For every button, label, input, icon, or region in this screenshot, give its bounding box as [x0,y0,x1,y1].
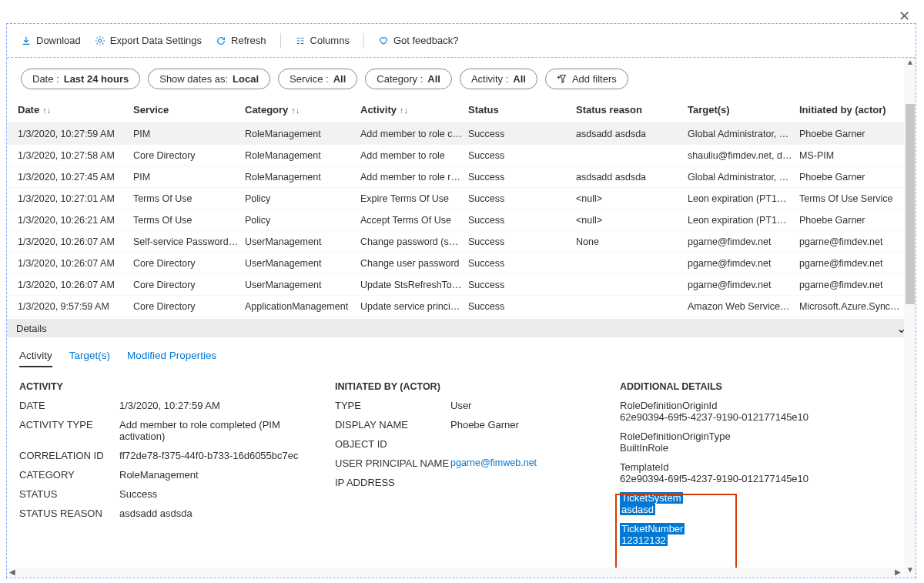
download-button[interactable]: Download [21,35,81,46]
date-key: DATE [19,400,119,411]
cell-date: 1/3/2020, 10:27:01 AM [18,193,133,204]
cell-activity: Update StsRefreshToken... [360,280,468,290]
cell-activity: Add member to role co... [360,129,468,139]
close-icon[interactable]: ✕ [899,8,910,25]
cell-activity: Add member to role [360,150,468,161]
additional-section: ADDITIONAL DETAILS RoleDefinitionOriginI… [620,381,903,554]
details-toggle[interactable]: Details ⌄ [7,319,916,337]
separator [363,33,364,49]
gear-icon [95,35,105,46]
table-row[interactable]: 1/3/2020, 10:26:07 AMSelf-service Passwo… [7,231,916,253]
reason-key: STATUS REASON [19,508,119,519]
th-status-label: Status [468,104,499,116]
th-date-label: Date [18,104,39,116]
cell-reason: asdsadd asdsda [576,172,688,183]
audit-grid: Date↑↓ Service Category↑↓ Activity↑↓ Sta… [7,97,916,317]
th-category-label: Category [245,104,288,116]
vertical-scrollbar[interactable]: ▲ ▼ [904,58,916,578]
scroll-left-icon[interactable]: ◀ [7,568,18,578]
details-label: Details [16,323,47,334]
table-row[interactable]: 1/3/2020, 10:26:07 AMCore DirectoryUserM… [7,253,916,274]
th-date[interactable]: Date↑↓ [18,104,133,116]
download-icon [21,35,32,46]
table-row[interactable]: 1/3/2020, 10:27:59 AMPIMRoleManagementAd… [7,123,916,145]
status-key: STATUS [19,488,119,500]
cell-category: UserManagement [245,280,360,290]
th-category[interactable]: Category↑↓ [245,104,360,116]
tab-activity[interactable]: Activity [19,350,52,367]
cell-date: 1/3/2020, 10:26:21 AM [18,215,133,226]
horizontal-scrollbar[interactable]: ◀ ▶ [7,568,903,578]
th-actor[interactable]: Initiated by (actor) [799,104,911,116]
table-row[interactable]: 1/3/2020, 10:27:01 AMTerms Of UsePolicyE… [7,188,916,209]
activity-heading: ACTIVITY [19,381,327,392]
add-filters-button[interactable]: Add filters [545,69,628,89]
type-value: Add member to role completed (PIM activa… [119,419,327,442]
tab-targets[interactable]: Target(s) [69,350,110,367]
filter-service-value: All [333,73,346,85]
template-value: 62e90394-69f5-4237-9190-012177145e10 [620,473,903,484]
cell-status: Success [468,258,576,269]
init-dn-key: DISPLAY NAME [335,419,450,431]
scroll-thumb[interactable] [906,104,915,304]
status-value: Success [119,488,157,500]
cell-date: 1/3/2020, 9:57:59 AM [18,301,133,312]
cell-status: Success [468,193,576,204]
cell-service: Terms Of Use [133,193,245,204]
roledef-id-key: RoleDefinitionOriginId [620,400,903,411]
scroll-down-icon[interactable]: ▼ [904,565,916,578]
sort-icon: ↑↓ [400,106,408,115]
cell-targets: pgarne@fimdev.net [688,236,799,247]
table-row[interactable]: 1/3/2020, 10:26:07 AMCore DirectoryUserM… [7,274,916,296]
cell-status: Success [468,129,576,139]
filter-category[interactable]: Category : All [365,69,452,89]
columns-icon [295,35,306,46]
filter-showdates-label: Show dates as: [159,73,228,85]
cell-targets: shauliu@fimdev.net, d1e... [688,150,799,161]
cell-reason: <null> [576,215,688,226]
table-row[interactable]: 1/3/2020, 9:57:59 AMCore DirectoryApplic… [7,296,916,317]
cell-category: UserManagement [245,236,360,247]
export-button[interactable]: Export Data Settings [95,35,202,46]
th-targets[interactable]: Target(s) [688,104,799,116]
cell-category: ApplicationManagement [245,301,360,312]
refresh-button[interactable]: Refresh [216,35,266,46]
init-upn-value[interactable]: pgarne@fimweb.net [450,457,537,469]
th-status[interactable]: Status [468,104,576,116]
scroll-up-icon[interactable]: ▲ [904,58,916,70]
th-targets-label: Target(s) [688,104,730,116]
feedback-button[interactable]: Got feedback? [378,35,459,46]
th-service[interactable]: Service [133,104,245,116]
cell-status: Success [468,172,576,183]
roledef-id-value: 62e90394-69f5-4237-9190-012177145e10 [620,411,903,423]
scroll-right-icon[interactable]: ▶ [892,568,903,578]
tab-modified-properties[interactable]: Modified Properties [127,350,216,367]
cell-category: RoleManagement [245,129,360,139]
heart-icon [378,35,389,46]
cell-targets: pgarne@fimdev.net [688,280,799,290]
grid-header: Date↑↓ Service Category↑↓ Activity↑↓ Sta… [7,97,916,123]
cell-actor: Microsoft.Azure.SyncFab... [799,301,911,312]
cell-actor: Phoebe Garner [799,215,911,226]
th-reason[interactable]: Status reason [576,104,688,116]
cell-actor: pgarne@fimdev.net [799,258,911,269]
cell-status: Success [468,236,576,247]
refresh-icon [216,35,226,46]
cell-date: 1/3/2020, 10:26:07 AM [18,280,133,290]
filter-showdates[interactable]: Show dates as: Local [148,69,270,89]
th-activity[interactable]: Activity↑↓ [360,104,468,116]
cell-date: 1/3/2020, 10:26:07 AM [18,236,133,247]
table-row[interactable]: 1/3/2020, 10:27:58 AMCore DirectoryRoleM… [7,145,916,166]
filter-service[interactable]: Service : All [278,69,357,89]
cell-status: Success [468,280,576,290]
columns-button[interactable]: Columns [295,35,350,46]
table-row[interactable]: 1/3/2020, 10:26:21 AMTerms Of UsePolicyA… [7,209,916,231]
cell-targets: Leon expiration (PT1M), ... [688,215,799,226]
cell-actor: Phoebe Garner [799,129,911,139]
add-filter-icon [557,74,567,85]
table-row[interactable]: 1/3/2020, 10:27:45 AMPIMRoleManagementAd… [7,166,916,188]
cell-targets: Global Administrator, 88... [688,129,799,139]
cell-status: Success [468,215,576,226]
filter-activity[interactable]: Activity : All [460,69,537,89]
filter-date[interactable]: Date : Last 24 hours [21,69,140,89]
